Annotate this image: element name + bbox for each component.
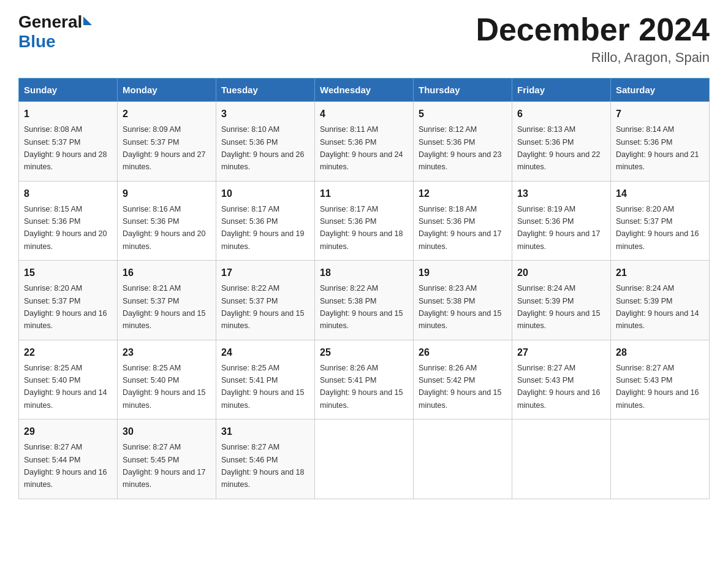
calendar-cell: 27Sunrise: 8:27 AMSunset: 5:43 PMDayligh… [512,340,611,419]
day-number: 14 [616,186,704,201]
day-number: 23 [123,345,211,360]
day-number: 4 [320,107,408,121]
calendar-cell: 9Sunrise: 8:16 AMSunset: 5:36 PMDaylight… [118,181,216,261]
day-number: 25 [320,345,408,360]
day-number: 12 [419,186,507,201]
location: Rillo, Aragon, Spain [476,50,710,66]
day-info: Sunrise: 8:26 AMSunset: 5:42 PMDaylight:… [419,364,502,410]
calendar-cell: 16Sunrise: 8:21 AMSunset: 5:37 PMDayligh… [118,261,216,340]
day-number: 19 [419,266,507,280]
day-info: Sunrise: 8:22 AMSunset: 5:38 PMDaylight:… [320,284,403,330]
calendar-cell: 4Sunrise: 8:11 AMSunset: 5:36 PMDaylight… [315,102,414,182]
day-number: 7 [616,107,704,121]
calendar-cell [315,419,414,499]
logo-triangle-icon [83,17,92,25]
header-tuesday: Tuesday [216,79,315,102]
calendar-cell: 24Sunrise: 8:25 AMSunset: 5:41 PMDayligh… [216,340,315,419]
day-info: Sunrise: 8:13 AMSunset: 5:36 PMDaylight:… [517,125,601,171]
calendar-cell: 21Sunrise: 8:24 AMSunset: 5:39 PMDayligh… [611,261,710,340]
day-info: Sunrise: 8:27 AMSunset: 5:46 PMDaylight:… [221,443,305,489]
day-number: 29 [24,424,112,439]
day-info: Sunrise: 8:20 AMSunset: 5:37 PMDaylight:… [24,284,107,330]
calendar-cell: 2Sunrise: 8:09 AMSunset: 5:37 PMDaylight… [118,102,216,182]
header-monday: Monday [118,79,216,102]
day-info: Sunrise: 8:26 AMSunset: 5:41 PMDaylight:… [320,364,403,410]
day-info: Sunrise: 8:14 AMSunset: 5:36 PMDaylight:… [616,125,699,171]
calendar-cell: 18Sunrise: 8:22 AMSunset: 5:38 PMDayligh… [315,261,414,340]
calendar-cell: 23Sunrise: 8:25 AMSunset: 5:40 PMDayligh… [118,340,216,419]
logo-blue-text: Blue [18,32,92,52]
calendar-cell: 8Sunrise: 8:15 AMSunset: 5:36 PMDaylight… [19,181,118,261]
day-info: Sunrise: 8:20 AMSunset: 5:37 PMDaylight:… [616,205,699,251]
calendar-cell: 19Sunrise: 8:23 AMSunset: 5:38 PMDayligh… [414,261,512,340]
calendar-cell: 20Sunrise: 8:24 AMSunset: 5:39 PMDayligh… [512,261,611,340]
calendar-table: SundayMondayTuesdayWednesdayThursdayFrid… [18,78,710,499]
calendar-cell: 28Sunrise: 8:27 AMSunset: 5:43 PMDayligh… [611,340,710,419]
day-info: Sunrise: 8:25 AMSunset: 5:40 PMDaylight:… [123,364,206,410]
day-info: Sunrise: 8:16 AMSunset: 5:36 PMDaylight:… [123,205,206,251]
calendar-cell [414,419,512,499]
calendar-cell: 29Sunrise: 8:27 AMSunset: 5:44 PMDayligh… [19,419,118,499]
day-info: Sunrise: 8:12 AMSunset: 5:36 PMDaylight:… [419,125,502,171]
logo-general-text: General [18,12,82,32]
header-thursday: Thursday [414,79,512,102]
day-info: Sunrise: 8:10 AMSunset: 5:36 PMDaylight:… [221,125,305,171]
day-info: Sunrise: 8:08 AMSunset: 5:37 PMDaylight:… [24,125,107,171]
day-number: 2 [123,107,211,121]
header-wednesday: Wednesday [315,79,414,102]
day-number: 26 [419,345,507,360]
day-info: Sunrise: 8:22 AMSunset: 5:37 PMDaylight:… [221,284,305,330]
day-number: 18 [320,266,408,280]
calendar-cell: 11Sunrise: 8:17 AMSunset: 5:36 PMDayligh… [315,181,414,261]
day-info: Sunrise: 8:27 AMSunset: 5:44 PMDaylight:… [24,443,107,489]
calendar-header-row: SundayMondayTuesdayWednesdayThursdayFrid… [19,79,710,102]
day-number: 21 [616,266,704,280]
day-info: Sunrise: 8:24 AMSunset: 5:39 PMDaylight:… [616,284,699,330]
header-saturday: Saturday [611,79,710,102]
header-sunday: Sunday [19,79,118,102]
day-number: 20 [517,266,605,280]
calendar-cell [512,419,611,499]
calendar-cell: 17Sunrise: 8:22 AMSunset: 5:37 PMDayligh… [216,261,315,340]
calendar-cell: 14Sunrise: 8:20 AMSunset: 5:37 PMDayligh… [611,181,710,261]
day-info: Sunrise: 8:23 AMSunset: 5:38 PMDaylight:… [419,284,502,330]
day-info: Sunrise: 8:21 AMSunset: 5:37 PMDaylight:… [123,284,206,330]
day-info: Sunrise: 8:25 AMSunset: 5:41 PMDaylight:… [221,364,305,410]
logo: General Blue [18,12,92,52]
day-info: Sunrise: 8:27 AMSunset: 5:43 PMDaylight:… [616,364,699,410]
logo-blue-part [82,19,92,25]
calendar-cell: 10Sunrise: 8:17 AMSunset: 5:36 PMDayligh… [216,181,315,261]
calendar-cell: 15Sunrise: 8:20 AMSunset: 5:37 PMDayligh… [19,261,118,340]
day-info: Sunrise: 8:17 AMSunset: 5:36 PMDaylight:… [221,205,305,251]
day-number: 31 [221,424,309,439]
day-number: 11 [320,186,408,201]
calendar-week-row: 1Sunrise: 8:08 AMSunset: 5:37 PMDaylight… [19,102,710,182]
calendar-cell: 6Sunrise: 8:13 AMSunset: 5:36 PMDaylight… [512,102,611,182]
day-number: 13 [517,186,605,201]
day-number: 16 [123,266,211,280]
day-number: 22 [24,345,112,360]
calendar-week-row: 15Sunrise: 8:20 AMSunset: 5:37 PMDayligh… [19,261,710,340]
day-number: 27 [517,345,605,360]
calendar-cell: 26Sunrise: 8:26 AMSunset: 5:42 PMDayligh… [414,340,512,419]
day-info: Sunrise: 8:27 AMSunset: 5:43 PMDaylight:… [517,364,601,410]
calendar-cell: 22Sunrise: 8:25 AMSunset: 5:40 PMDayligh… [19,340,118,419]
calendar-cell: 7Sunrise: 8:14 AMSunset: 5:36 PMDaylight… [611,102,710,182]
day-number: 1 [24,107,112,121]
calendar-cell: 3Sunrise: 8:10 AMSunset: 5:36 PMDaylight… [216,102,315,182]
calendar-cell: 25Sunrise: 8:26 AMSunset: 5:41 PMDayligh… [315,340,414,419]
calendar-week-row: 29Sunrise: 8:27 AMSunset: 5:44 PMDayligh… [19,419,710,499]
day-number: 28 [616,345,704,360]
day-number: 15 [24,266,112,280]
calendar-week-row: 8Sunrise: 8:15 AMSunset: 5:36 PMDaylight… [19,181,710,261]
calendar-week-row: 22Sunrise: 8:25 AMSunset: 5:40 PMDayligh… [19,340,710,419]
day-info: Sunrise: 8:11 AMSunset: 5:36 PMDaylight:… [320,125,403,171]
day-number: 8 [24,186,112,201]
day-info: Sunrise: 8:25 AMSunset: 5:40 PMDaylight:… [24,364,107,410]
day-info: Sunrise: 8:18 AMSunset: 5:36 PMDaylight:… [419,205,502,251]
calendar-cell: 12Sunrise: 8:18 AMSunset: 5:36 PMDayligh… [414,181,512,261]
day-number: 6 [517,107,605,121]
day-number: 17 [221,266,309,280]
calendar-cell: 13Sunrise: 8:19 AMSunset: 5:36 PMDayligh… [512,181,611,261]
day-info: Sunrise: 8:17 AMSunset: 5:36 PMDaylight:… [320,205,403,251]
